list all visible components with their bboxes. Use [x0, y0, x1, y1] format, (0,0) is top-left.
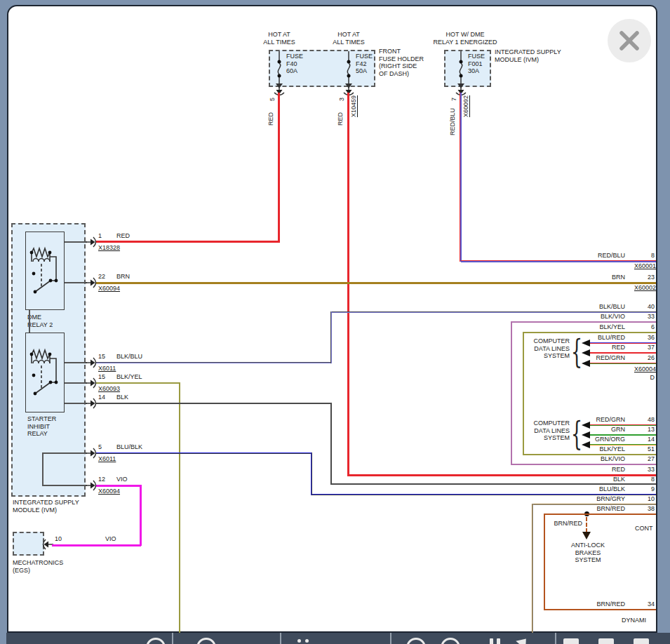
wire-segment	[95, 382, 180, 384]
wire-segment	[95, 452, 312, 454]
dots-icon[interactable]	[305, 639, 309, 643]
wire-label-row: BLK/YEL51	[540, 445, 655, 452]
toolbar-separator	[555, 633, 556, 644]
wire-label-row: RED37	[540, 344, 655, 351]
wire-color-label: BLK/YEL	[540, 323, 625, 330]
wire-color-label: BRN	[540, 274, 625, 281]
wire-pin-number: 13	[636, 426, 655, 433]
wire-label-row: RED33	[540, 466, 655, 473]
wire-pin-number: 38	[636, 505, 655, 512]
wire-pin-number: 8	[636, 476, 655, 483]
wire-label-row: BLK/BLU40	[540, 303, 655, 310]
pin-label: 15BLK/YEL	[98, 373, 182, 380]
fuse-pin-number: 3	[338, 90, 345, 101]
wire-color-label: BLK/YEL	[116, 373, 142, 380]
wire-pin-number: 23	[636, 274, 655, 281]
module-internal-wire	[65, 362, 87, 363]
module-internal-wire	[65, 282, 87, 283]
pause-bars-icon[interactable]	[490, 638, 493, 644]
pin-cup	[86, 358, 98, 368]
fuse-pin-number: 7	[450, 90, 457, 101]
wire-segment	[95, 282, 656, 284]
fuse-amps: 30A	[468, 67, 479, 74]
wire-color-label: RED	[540, 466, 625, 473]
fuse-symbol-f40	[272, 51, 286, 88]
wire-segment	[590, 363, 656, 364]
wire-name-vertical: RED/BLU	[449, 102, 456, 135]
circle-tool-icon[interactable]	[441, 638, 460, 644]
wire-label-row: BLU/BLK9	[540, 485, 655, 492]
toolbar-separator	[390, 633, 391, 644]
wire-color-label: BRN/RED	[540, 505, 625, 512]
fuse-f42-text: FUSEF4250A	[356, 53, 373, 75]
pin-label: 15BLK/BLU	[98, 353, 182, 360]
connector-label: X60094	[98, 488, 120, 495]
wire-pin-number: 33	[636, 313, 655, 320]
share-arrow-icon[interactable]	[516, 635, 531, 644]
wire-arrow-left-icon	[582, 360, 590, 367]
fuse-amps: 50A	[356, 67, 367, 74]
hot-at-label-2: HOT AT ALL TIMES	[317, 31, 380, 46]
pause-bars-icon[interactable]	[497, 638, 500, 644]
connector-x60004: X60004	[586, 365, 656, 373]
wire-label-row: RED/GRN48	[540, 416, 655, 423]
mech-wire-name: VIO	[105, 535, 116, 543]
anti-lock-brakes-label: ANTI-LOCK BRAKES SYSTEM	[556, 542, 620, 564]
wire-color-label: BRN/GRY	[540, 495, 625, 502]
close-button[interactable]	[608, 19, 651, 62]
wire-arrow-left-icon	[582, 349, 590, 356]
pin-number: 15	[98, 373, 116, 380]
connector-label: X60094	[98, 285, 120, 292]
wire-label-row: BRN23	[540, 274, 655, 281]
page-icon[interactable]	[634, 638, 649, 644]
page-icon[interactable]	[563, 638, 579, 644]
fuse-f001-text: FUSEF00130A	[468, 53, 485, 75]
wire-segment	[330, 403, 332, 485]
wire-pin-number: 27	[636, 455, 655, 462]
wire-segment	[332, 483, 656, 485]
module-internal-wire	[42, 485, 87, 486]
wire-segment	[523, 332, 524, 455]
ivm-module-label: INTEGRATED SUPPLY MODULE (IVM)	[13, 499, 79, 514]
wire-arrow-left-icon	[582, 422, 590, 429]
wire-segment	[278, 93, 280, 243]
fuse-f40-text: FUSEF4060A	[286, 53, 303, 75]
fuse-word: FUSE	[356, 53, 373, 60]
connector-label: X60092	[462, 90, 469, 117]
pin-number: 15	[98, 353, 116, 360]
circle-tool-icon[interactable]	[196, 638, 216, 644]
wire-name-vertical: RED	[337, 103, 344, 126]
wire-label-row: BLK/YEL6	[540, 323, 655, 330]
wire-segment	[179, 382, 180, 633]
pin-number: 12	[98, 476, 116, 483]
wire-segment	[95, 362, 332, 363]
connector-label: X6011	[98, 365, 116, 372]
wire-color-label: BRN	[116, 273, 130, 280]
wire-pin-number: 34	[636, 601, 655, 608]
circle-tool-icon[interactable]	[146, 638, 166, 644]
page-icon[interactable]	[598, 638, 614, 644]
pin-number: 1	[98, 232, 116, 239]
bottom-toolbar	[6, 633, 670, 644]
dots-icon[interactable]	[297, 639, 301, 643]
pin-cup	[86, 237, 98, 247]
module-internal-wire	[65, 403, 87, 404]
connector-label: X18328	[98, 244, 120, 251]
pin-number: 22	[98, 273, 116, 280]
wire-segment	[511, 464, 656, 465]
circle-tool-icon[interactable]	[406, 638, 426, 644]
fuse-symbol-f001	[454, 51, 468, 88]
connector-label: X60001	[586, 262, 656, 269]
wire-segment	[140, 485, 142, 546]
wire-segment	[511, 321, 512, 465]
fuse-pin-number: 5	[269, 90, 276, 101]
wire-color-label: BLK/VIO	[540, 313, 625, 320]
cut-label-d: D	[641, 374, 655, 382]
mechatronics-label: MECHATRONICS (EGS)	[13, 559, 63, 574]
cut-label-cont: CONT	[635, 525, 653, 532]
wire-pin-number: 8	[636, 252, 655, 259]
pin-cup	[86, 278, 98, 288]
connector-label: X6011	[98, 455, 116, 462]
wire-label-row: BLK/VIO27	[540, 455, 655, 462]
pin-cup	[86, 448, 98, 458]
